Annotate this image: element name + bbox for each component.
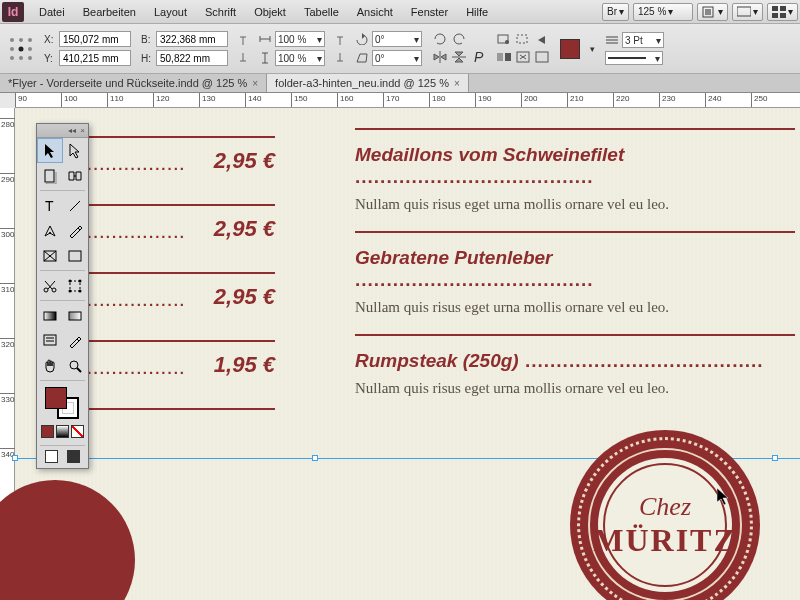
pen-tool[interactable] (37, 218, 63, 243)
stroke-style-select[interactable]: ▾ (605, 51, 663, 65)
menu-datei[interactable]: Datei (30, 0, 74, 24)
svg-rect-2 (737, 7, 751, 16)
svg-rect-41 (44, 335, 56, 345)
type-tool[interactable]: T (37, 193, 63, 218)
close-icon[interactable]: × (80, 126, 85, 135)
zoom-select[interactable]: 125 %▾ (633, 3, 693, 21)
svg-rect-6 (780, 13, 786, 18)
apply-gradient-button[interactable] (56, 425, 69, 438)
select-content-icon[interactable] (515, 33, 531, 47)
gradient-swatch-tool[interactable] (37, 303, 63, 328)
scissors-tool[interactable] (37, 273, 63, 298)
select-next-icon[interactable] (496, 50, 512, 64)
fill-swatch[interactable] (45, 387, 67, 409)
bridge-button[interactable]: Br▾ (602, 3, 629, 21)
menu-items-column: Medaillons vom Schweinefilet Nullam quis… (355, 128, 795, 415)
view-mode-button[interactable]: ▾ (697, 3, 728, 21)
chevron-down-icon: ▾ (655, 53, 660, 64)
close-icon[interactable]: × (252, 78, 258, 89)
preview-view-button[interactable] (67, 450, 80, 463)
fill-stroke-swatch[interactable] (37, 383, 88, 423)
price-row: .................. 2,95 € (75, 272, 275, 312)
rotate-icon (355, 33, 369, 45)
svg-point-15 (28, 56, 32, 60)
selection-handle[interactable] (772, 455, 778, 461)
menubar: Id Datei Bearbeiten Layout Schrift Objek… (0, 0, 800, 24)
price-value: 1,95 € (214, 352, 275, 378)
normal-view-button[interactable] (45, 450, 58, 463)
stroke-weight-icon (605, 34, 619, 46)
svg-point-38 (79, 289, 82, 292)
fit-frame-icon[interactable] (534, 50, 550, 64)
menu-bearbeiten[interactable]: Bearbeiten (74, 0, 145, 24)
selection-handle[interactable] (12, 455, 18, 461)
direct-selection-tool[interactable] (63, 138, 89, 163)
note-tool[interactable] (37, 328, 63, 353)
leader-dots: .................. (75, 156, 205, 173)
rectangle-tool[interactable] (63, 243, 89, 268)
bridge-label: Br (607, 6, 617, 17)
select-prev-icon[interactable] (534, 33, 550, 47)
apply-none-button[interactable] (71, 425, 84, 438)
rotate-cw-icon[interactable] (432, 32, 448, 46)
eyedropper-tool[interactable] (63, 328, 89, 353)
menu-item: Rumpsteak (250g) Nullam quis risus eget … (355, 334, 795, 415)
pencil-tool[interactable] (63, 218, 89, 243)
close-icon[interactable]: × (454, 78, 460, 89)
rotate-ccw-icon[interactable] (451, 32, 467, 46)
reference-point-icon[interactable] (8, 36, 34, 62)
gap-tool[interactable] (63, 163, 89, 188)
document-content: .................. 2,95 € ..............… (15, 108, 800, 600)
stroke-weight-input[interactable]: 3 Pt▾ (622, 32, 664, 48)
line-tool[interactable] (63, 193, 89, 218)
menu-ansicht[interactable]: Ansicht (348, 0, 402, 24)
w-input[interactable] (156, 31, 228, 47)
tab-folder[interactable]: folder-a3-hinten_neu.indd @ 125 %× (267, 74, 469, 92)
scale-x-input[interactable]: 100 %▾ (275, 31, 325, 47)
svg-point-27 (49, 232, 51, 234)
y-input[interactable] (59, 50, 131, 66)
price-row: .................. 1,95 € (75, 340, 275, 380)
flip-v-icon[interactable] (451, 50, 467, 64)
selection-handle[interactable] (312, 455, 318, 461)
tool-palette[interactable]: ◂◂× T (36, 123, 89, 469)
h-input[interactable] (156, 50, 228, 66)
screen-mode-button[interactable]: ▾ (732, 3, 763, 21)
menu-schrift[interactable]: Schrift (196, 0, 245, 24)
svg-point-33 (52, 288, 56, 292)
flip-h-icon[interactable] (432, 50, 448, 64)
fit-content-icon[interactable] (515, 50, 531, 64)
chevron-down-icon[interactable]: ▾ (590, 44, 595, 54)
svg-rect-1 (705, 9, 711, 15)
tab-flyer[interactable]: *Flyer - Vorderseite und Rückseite.indd … (0, 74, 267, 92)
gradient-feather-tool[interactable] (63, 303, 89, 328)
selection-tool[interactable] (37, 138, 63, 163)
select-container-icon[interactable] (496, 33, 512, 47)
svg-rect-21 (505, 53, 511, 61)
link-icon[interactable] (335, 34, 345, 64)
menu-objekt[interactable]: Objekt (245, 0, 295, 24)
hand-tool[interactable] (37, 353, 63, 378)
menu-hilfe[interactable]: Hilfe (457, 0, 497, 24)
page-canvas[interactable]: .................. 2,95 € ..............… (15, 108, 800, 600)
apply-color-button[interactable] (41, 425, 54, 438)
collapse-icon[interactable]: ◂◂ (68, 126, 76, 135)
menu-fenster[interactable]: Fenster (402, 0, 457, 24)
item-description: Nullam quis risus eget urna mollis ornar… (355, 380, 795, 397)
x-input[interactable] (59, 31, 131, 47)
horizontal-ruler[interactable]: 9010011012013014015016017018019020021022… (15, 93, 800, 108)
rotate-input[interactable]: 0°▾ (372, 31, 422, 47)
zoom-tool[interactable] (63, 353, 89, 378)
shear-input[interactable]: 0°▾ (372, 50, 422, 66)
palette-header[interactable]: ◂◂× (37, 124, 88, 138)
svg-point-7 (10, 38, 14, 42)
scale-y-input[interactable]: 100 %▾ (275, 50, 325, 66)
link-icon[interactable] (238, 34, 248, 64)
menu-tabelle[interactable]: Tabelle (295, 0, 348, 24)
rectangle-frame-tool[interactable] (37, 243, 63, 268)
page-tool[interactable] (37, 163, 63, 188)
arrange-button[interactable]: ▾ (767, 3, 798, 21)
fill-swatch[interactable] (560, 39, 580, 59)
menu-layout[interactable]: Layout (145, 0, 196, 24)
free-transform-tool[interactable] (63, 273, 89, 298)
